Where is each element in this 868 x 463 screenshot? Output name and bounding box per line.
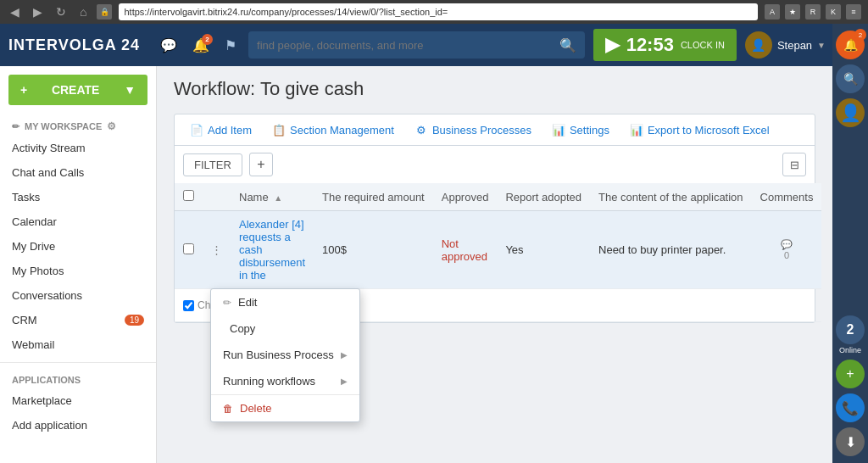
col-name[interactable]: Name ▲ bbox=[231, 183, 314, 211]
row-checkbox[interactable] bbox=[183, 243, 194, 254]
right-user-profile-button[interactable]: 👤 bbox=[836, 98, 865, 127]
right-user-avatar: 👤 bbox=[840, 103, 861, 123]
business-processes-button[interactable]: ⚙ Business Processes bbox=[404, 114, 542, 145]
section-management-button[interactable]: 📋 Section Management bbox=[262, 114, 404, 145]
create-dropdown-icon: ▼ bbox=[124, 83, 136, 97]
home-button[interactable]: ⌂ bbox=[76, 3, 90, 20]
context-menu-edit[interactable]: ✏ Edit bbox=[211, 289, 359, 315]
avatar: 👤 bbox=[745, 31, 772, 59]
comment-icon-area: 💬 0 bbox=[760, 239, 814, 260]
sidebar-item-my-drive[interactable]: My Drive bbox=[0, 234, 156, 259]
right-add-button[interactable]: + bbox=[836, 360, 865, 388]
main-layout: + CREATE ▼ ✏ MY WORKSPACE ⚙ Activity Str… bbox=[0, 66, 868, 463]
workspace-gear-icon[interactable]: ⚙ bbox=[107, 120, 116, 132]
comment-count: 0 bbox=[784, 250, 789, 260]
webmail-label: Webmail bbox=[12, 338, 54, 351]
online-indicator: 2 Online bbox=[836, 315, 865, 354]
ext-icon-1: A bbox=[765, 4, 780, 20]
sidebar-item-crm[interactable]: CRM 19 bbox=[0, 308, 156, 332]
sidebar-item-activity-stream[interactable]: Activity Stream bbox=[0, 136, 156, 160]
row-actions-icon[interactable]: ⋮ bbox=[211, 243, 222, 256]
add-item-button[interactable]: 📄 Add Item bbox=[180, 114, 262, 145]
sidebar-item-marketplace[interactable]: Marketplace bbox=[0, 388, 156, 413]
app-header: INTERVOLGA 24 💬 🔔 2 ⚑ 🔍 ▶ 12:53 CLOCK IN… bbox=[0, 24, 868, 66]
row-name-cell[interactable]: Alexander [4] requests a cash disburseme… bbox=[231, 211, 314, 289]
context-delete-label: Delete bbox=[240, 402, 272, 415]
actions-col-header bbox=[203, 183, 231, 211]
my-workspace-label: MY WORKSPACE bbox=[25, 121, 102, 131]
table-row[interactable]: ⋮ Alexander [4] requests a cash disburse… bbox=[175, 211, 821, 289]
row-name-link[interactable]: Alexander [4] requests a cash disburseme… bbox=[239, 218, 305, 282]
col-report-adopted: Report adopted bbox=[497, 183, 590, 211]
user-area[interactable]: 👤 Stepan ▼ bbox=[745, 31, 826, 59]
filter-button[interactable]: FILTER bbox=[183, 153, 242, 176]
ext-icon-5: ≡ bbox=[846, 4, 861, 20]
sidebar-item-my-photos[interactable]: My Photos bbox=[0, 259, 156, 283]
applications-section: APPLICATIONS bbox=[0, 368, 156, 388]
settings-button[interactable]: 📊 Settings bbox=[542, 114, 620, 145]
forward-button[interactable]: ▶ bbox=[30, 3, 46, 20]
create-button[interactable]: + CREATE ▼ bbox=[8, 75, 147, 105]
context-menu-running-workflows[interactable]: Running workflows ▶ bbox=[211, 368, 359, 394]
ext-icon-3: R bbox=[805, 4, 821, 20]
select-all-checkbox-header[interactable] bbox=[175, 183, 203, 211]
sidebar-item-chat-calls[interactable]: Chat and Calls bbox=[0, 160, 156, 185]
refresh-button[interactable]: ↻ bbox=[53, 3, 70, 20]
sidebar-item-webmail[interactable]: Webmail bbox=[0, 332, 156, 357]
row-actions-cell[interactable]: ⋮ bbox=[203, 211, 231, 289]
row-approved-cell: Not approved bbox=[433, 211, 498, 289]
crm-badge: 19 bbox=[125, 315, 144, 326]
tasks-label: Tasks bbox=[12, 191, 40, 204]
my-workspace-section: ✏ MY WORKSPACE ⚙ bbox=[0, 114, 156, 136]
context-menu-copy[interactable]: Copy bbox=[211, 315, 359, 342]
online-count[interactable]: 2 bbox=[836, 315, 865, 344]
clock-area[interactable]: ▶ 12:53 CLOCK IN bbox=[593, 29, 737, 61]
running-wf-label: Running workflows bbox=[223, 375, 315, 388]
chat-button[interactable]: 💬 bbox=[157, 34, 181, 57]
notifications-button[interactable]: 🔔 2 bbox=[189, 34, 213, 57]
row-report-cell: Yes bbox=[497, 211, 590, 289]
calendar-label: Calendar bbox=[12, 215, 57, 228]
right-phone-button[interactable]: 📞 bbox=[836, 393, 865, 422]
conversations-label: Conversations bbox=[12, 289, 82, 302]
add-item-label: Add Item bbox=[208, 124, 252, 137]
applications-label: APPLICATIONS bbox=[12, 375, 81, 385]
context-menu-delete[interactable]: 🗑 Delete bbox=[211, 395, 359, 421]
col-name-label: Name bbox=[239, 191, 269, 204]
back-button[interactable]: ◀ bbox=[7, 3, 23, 20]
search-bar: 🔍 bbox=[248, 31, 585, 59]
sort-icon: ▲ bbox=[274, 193, 282, 203]
sidebar-item-tasks[interactable]: Tasks bbox=[0, 185, 156, 209]
lock-icon: 🔒 bbox=[97, 4, 112, 20]
row-checkbox-cell[interactable] bbox=[175, 211, 203, 289]
row-comments-cell: 💬 0 bbox=[752, 211, 822, 289]
browser-extension-icons: A ★ R K ≡ bbox=[765, 4, 861, 20]
check-checkbox[interactable] bbox=[183, 300, 194, 311]
col-amount: The required amount bbox=[314, 183, 433, 211]
right-notification-badge: 2 bbox=[854, 29, 866, 41]
create-label: CREATE bbox=[52, 83, 100, 97]
clock-icon: ▶ bbox=[605, 34, 620, 56]
col-comments: Comments bbox=[752, 183, 822, 211]
view-toggle-button[interactable]: ⊟ bbox=[782, 153, 806, 176]
sidebar-item-add-application[interactable]: Add application bbox=[0, 413, 156, 438]
right-download-button[interactable]: ⬇ bbox=[836, 427, 865, 456]
sidebar-item-conversations[interactable]: Conversations bbox=[0, 283, 156, 308]
add-application-label: Add application bbox=[12, 419, 87, 432]
col-approved: Approved bbox=[433, 183, 498, 211]
export-excel-button[interactable]: 📊 Export to Microsoft Excel bbox=[620, 114, 780, 145]
marketplace-label: Marketplace bbox=[12, 394, 72, 407]
url-bar[interactable] bbox=[119, 3, 758, 20]
add-item-icon: 📄 bbox=[190, 123, 203, 137]
context-menu-run-bp[interactable]: Run Business Process ▶ bbox=[211, 342, 359, 368]
select-all-checkbox[interactable] bbox=[183, 190, 194, 201]
search-input[interactable] bbox=[257, 39, 559, 52]
plus-button[interactable]: + bbox=[249, 153, 273, 176]
page-title: Workflow: To give cash bbox=[174, 78, 815, 100]
right-notifications-button[interactable]: 🔔 2 bbox=[836, 31, 865, 59]
flag-button[interactable]: ⚑ bbox=[221, 34, 240, 57]
right-search-button[interactable]: 🔍 bbox=[836, 64, 865, 93]
row-content-cell: Need to buy printer paper. bbox=[590, 211, 752, 289]
sidebar-item-calendar[interactable]: Calendar bbox=[0, 209, 156, 234]
col-content: The content of the application bbox=[590, 183, 752, 211]
